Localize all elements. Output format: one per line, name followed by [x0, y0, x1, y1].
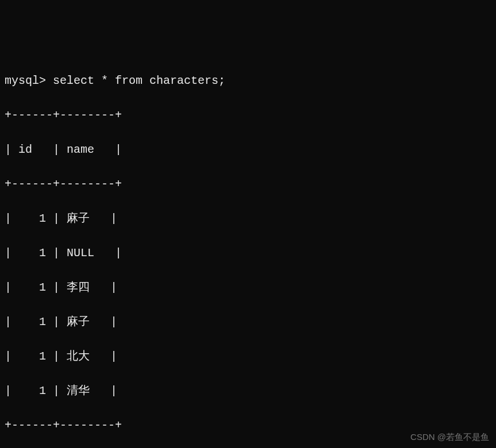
table-row: | 1 | 北大 |	[5, 348, 491, 365]
query1-command-line[interactable]: mysql> select * from characters;	[5, 72, 491, 90]
table-row: | 1 | NULL |	[5, 245, 491, 262]
table-row: | 1 | 李四 |	[5, 279, 491, 296]
table-row: | 1 | 麻子 |	[5, 314, 491, 331]
table-row: | 1 | 清华 |	[5, 383, 491, 400]
mysql-prompt: mysql>	[5, 74, 53, 87]
query1-header: | id | name |	[5, 141, 491, 159]
query1-border-mid: +------+--------+	[5, 176, 491, 193]
table-row: | 1 | 麻子 |	[5, 210, 491, 227]
query1-command: select * from characters;	[53, 74, 225, 87]
query1-border-top: +------+--------+	[5, 107, 491, 124]
watermark-text: CSDN @若鱼不是鱼	[410, 431, 489, 444]
